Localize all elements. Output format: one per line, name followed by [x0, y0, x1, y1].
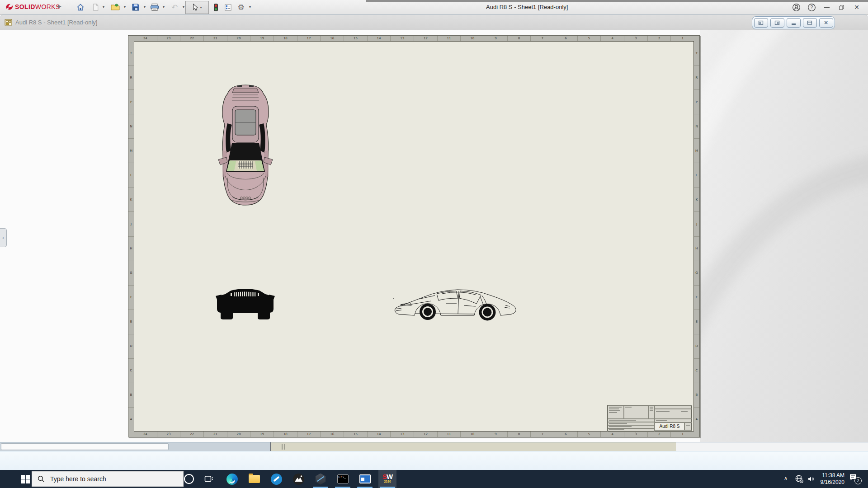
pane-left-icon [758, 20, 764, 25]
print-button[interactable] [149, 2, 160, 13]
toolbar-flyout-arrow[interactable]: ▶ [58, 4, 61, 9]
pane-right-button[interactable] [770, 18, 784, 28]
scrollbar-track-right[interactable] [676, 442, 868, 451]
clock[interactable]: 11:38 AM 9/16/2020 [815, 472, 844, 486]
title-block-cell [648, 405, 655, 419]
open-caret[interactable]: ▾ [123, 5, 127, 9]
rebuild-button[interactable] [210, 2, 221, 13]
splitter-grip[interactable] [282, 444, 283, 450]
task-view-icon [204, 474, 214, 484]
tray-chevron-button[interactable]: ∧ [784, 475, 788, 481]
zone-label: T [128, 41, 134, 66]
network-button[interactable] [795, 474, 804, 485]
zone-label: A [694, 408, 699, 432]
drawing-view-side[interactable] [392, 286, 520, 323]
title-block-cell [624, 405, 648, 419]
cortana-button[interactable] [180, 470, 198, 488]
zone-label: 13 [391, 36, 414, 41]
speaker-icon [807, 475, 816, 483]
undo-button[interactable]: ↶ [169, 2, 180, 13]
minimize-button[interactable] [822, 3, 832, 12]
task-view-button[interactable] [200, 470, 218, 488]
search-input[interactable] [49, 475, 173, 483]
zone-label: 5 [578, 36, 601, 41]
zone-label: 7 [531, 36, 554, 41]
help-button[interactable]: ? [807, 3, 816, 12]
wrench-icon [271, 474, 282, 485]
zone-label: 21 [204, 432, 227, 437]
tray-date: 9/16/2020 [815, 479, 844, 486]
horizontal-scrollbar[interactable] [0, 442, 868, 451]
media-app-icon [359, 474, 371, 483]
zone-label: 2 [648, 36, 671, 41]
save-button[interactable] [130, 2, 141, 13]
close-button[interactable]: ✕ [852, 3, 862, 12]
drawing-view-top[interactable] [216, 83, 275, 206]
window-title: Audi R8 S - Sheet1 [Read-only] [486, 4, 568, 10]
select-tool-button[interactable]: ▾ [185, 1, 209, 14]
tools-app-button[interactable] [267, 470, 285, 488]
drawing-view-front[interactable] [216, 285, 275, 324]
zone-label: 9 [484, 36, 508, 41]
pane-left-button[interactable] [754, 18, 768, 28]
scrollbar-thumb[interactable] [1, 443, 169, 450]
zone-label: L [694, 163, 699, 188]
open-button[interactable] [110, 2, 121, 13]
command-prompt-button[interactable]: C:\_ [334, 470, 352, 488]
save-caret[interactable]: ▾ [142, 5, 147, 9]
document-minimize-button[interactable] [787, 18, 801, 28]
title-block-cell [608, 425, 655, 428]
zone-label: M [694, 139, 699, 163]
photos-button[interactable] [289, 470, 307, 488]
account-button[interactable] [791, 3, 801, 12]
zone-label: R [694, 66, 699, 90]
document-close-button[interactable]: ✕ [819, 18, 833, 28]
zone-label: 8 [508, 432, 531, 437]
zone-ruler-top: 242322212019181716151413121110987654321 [134, 36, 694, 41]
drawing-sheet[interactable]: 242322212019181716151413121110987654321 … [128, 35, 700, 437]
edge-button[interactable] [223, 470, 241, 488]
print-caret[interactable]: ▾ [161, 5, 166, 9]
restore-button[interactable] [836, 3, 846, 12]
title-block[interactable]: Audi R8 S [607, 405, 692, 432]
file-explorer-button[interactable] [245, 470, 263, 488]
zone-label: E [694, 310, 699, 334]
volume-button[interactable] [807, 475, 816, 485]
home-button[interactable] [75, 2, 86, 13]
document-restore-button[interactable] [803, 18, 817, 28]
select-tool-caret[interactable]: ▾ [200, 5, 202, 9]
zone-label: H [694, 237, 699, 261]
new-document-caret[interactable]: ▾ [101, 5, 106, 9]
title-block-cell [608, 422, 655, 425]
scrollbar-track[interactable] [271, 442, 676, 451]
taskbar-search[interactable] [32, 471, 184, 487]
hexagon-app-button[interactable] [311, 470, 330, 488]
splitter-grip[interactable] [284, 444, 285, 450]
zone-label: K [128, 188, 134, 212]
title-block-cell [655, 419, 692, 422]
zone-label: 1 [671, 36, 694, 41]
cursor-icon [192, 4, 198, 11]
zone-ruler-left: TRPNMLKJHGFEDCBA [128, 41, 134, 432]
zone-label: 6 [554, 432, 578, 437]
media-app-button[interactable] [356, 470, 374, 488]
windows-logo-icon [21, 475, 30, 483]
options-caret[interactable]: ▾ [248, 5, 252, 9]
list-report-icon [224, 4, 232, 11]
zone-label: R [128, 66, 134, 90]
new-document-icon [92, 3, 99, 11]
evaluate-list-button[interactable] [222, 2, 233, 13]
zone-label: F [694, 286, 699, 310]
zone-label: 22 [180, 432, 204, 437]
zone-label: 15 [344, 432, 368, 437]
action-center-button[interactable]: 2 [849, 474, 862, 485]
zone-label: 21 [204, 36, 227, 41]
collapsed-panel-flyout[interactable]: ‹ [0, 228, 7, 247]
new-document-button[interactable] [90, 2, 101, 13]
zone-label: C [128, 359, 134, 383]
options-button[interactable]: ⚙ [236, 2, 246, 13]
solidworks-button[interactable]: SW 2020 [378, 470, 396, 488]
zone-label: 19 [250, 432, 274, 437]
zone-label: 2 [648, 432, 671, 437]
zone-label: G [694, 261, 699, 286]
